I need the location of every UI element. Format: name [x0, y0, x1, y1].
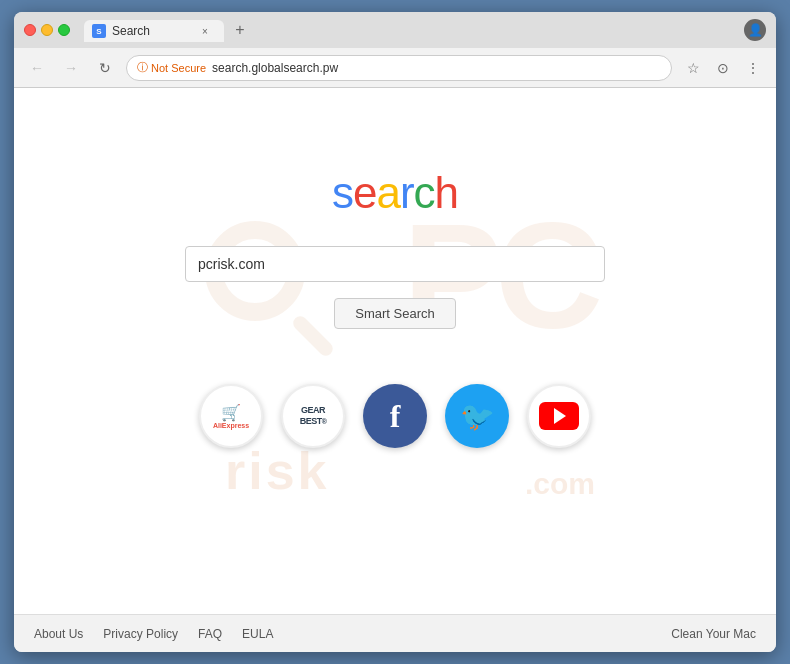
title-bar: S Search × + 👤 [14, 12, 776, 48]
footer: About Us Privacy Policy FAQ EULA Clean Y… [14, 614, 776, 652]
logo-letter-a: a [376, 168, 399, 217]
twitter-bird: 🐦 [460, 400, 495, 433]
bookmark-button[interactable]: ☆ [680, 55, 706, 81]
tab-title: Search [112, 24, 192, 38]
smart-search-button[interactable]: Smart Search [334, 298, 455, 329]
footer-links: About Us Privacy Policy FAQ EULA [34, 627, 273, 641]
facebook-f: f [390, 398, 401, 435]
nav-actions: ☆ ⊙ ⋮ [680, 55, 766, 81]
footer-eula[interactable]: EULA [242, 627, 273, 641]
navigation-bar: ← → ↻ ⓘ Not Secure search.globalsearch.p… [14, 48, 776, 88]
back-button[interactable]: ← [24, 55, 50, 81]
active-tab[interactable]: S Search × [84, 20, 224, 42]
tab-favicon: S [92, 24, 106, 38]
footer-right-text: Clean Your Mac [671, 627, 756, 641]
tab-close-button[interactable]: × [198, 24, 212, 38]
watermark-risk-text: risk [225, 441, 330, 501]
gearbest-label: GEARBEST® [300, 405, 327, 427]
minimize-window-button[interactable] [41, 24, 53, 36]
search-logo: search [332, 168, 458, 218]
tab-area: S Search × + [84, 18, 738, 42]
search-area: search Smart Search 🛒 AliExpress GEARBES… [14, 168, 776, 448]
security-text: Not Secure [151, 62, 206, 74]
aliexpress-icon[interactable]: 🛒 AliExpress [199, 384, 263, 448]
zoom-button[interactable]: ⊙ [710, 55, 736, 81]
logo-letter-h: h [435, 168, 458, 217]
gearbest-icon[interactable]: GEARBEST® [281, 384, 345, 448]
footer-faq[interactable]: FAQ [198, 627, 222, 641]
logo-letter-r: r [400, 168, 414, 217]
social-icons-row: 🛒 AliExpress GEARBEST® f 🐦 [199, 384, 591, 448]
window-controls: 👤 [744, 19, 766, 41]
play-triangle [554, 408, 566, 424]
search-input-wrapper[interactable] [185, 246, 605, 282]
youtube-icon[interactable] [527, 384, 591, 448]
browser-window: S Search × + 👤 ← → ↻ ⓘ Not Secure search… [14, 12, 776, 652]
forward-button[interactable]: → [58, 55, 84, 81]
footer-privacy-policy[interactable]: Privacy Policy [103, 627, 178, 641]
aliexpress-label: AliExpress [213, 422, 249, 429]
maximize-window-button[interactable] [58, 24, 70, 36]
search-input[interactable] [198, 256, 592, 272]
traffic-lights [24, 24, 70, 36]
cart-icon: 🛒 [221, 403, 241, 422]
watermark-com-text: .com [525, 467, 595, 501]
close-window-button[interactable] [24, 24, 36, 36]
user-profile-icon[interactable]: 👤 [744, 19, 766, 41]
menu-button[interactable]: ⋮ [740, 55, 766, 81]
security-indicator: ⓘ Not Secure [137, 60, 206, 75]
twitter-icon[interactable]: 🐦 [445, 384, 509, 448]
info-icon: ⓘ [137, 60, 148, 75]
aliexpress-inner: 🛒 AliExpress [203, 388, 259, 444]
url-text: search.globalsearch.pw [212, 61, 338, 75]
new-tab-button[interactable]: + [228, 18, 252, 42]
logo-letter-e: e [353, 168, 376, 217]
logo-letter-c: c [414, 168, 435, 217]
refresh-button[interactable]: ↻ [92, 55, 118, 81]
youtube-play-button [539, 402, 579, 430]
logo-letter-s: s [332, 168, 353, 217]
address-bar[interactable]: ⓘ Not Secure search.globalsearch.pw [126, 55, 672, 81]
footer-about-us[interactable]: About Us [34, 627, 83, 641]
facebook-icon[interactable]: f [363, 384, 427, 448]
page-content: PC risk .com search Smart Search 🛒 Al [14, 88, 776, 614]
